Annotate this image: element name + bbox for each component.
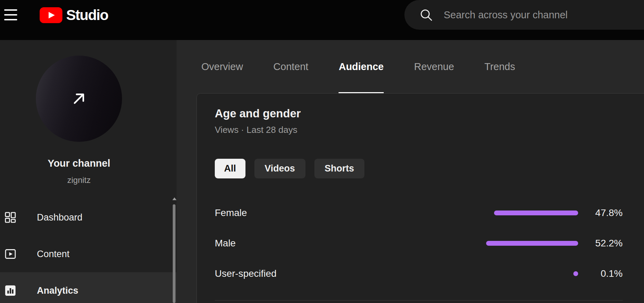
chip-videos[interactable]: Videos [254, 159, 305, 178]
gender-percentage: 47.8% [578, 207, 623, 218]
gender-breakdown: Female 47.8% Male 52.2% User-specified 0… [215, 198, 623, 289]
chip-shorts[interactable]: Shorts [314, 159, 365, 178]
channel-name: zignitz [0, 175, 158, 185]
analytics-tabs: Overview Content Audience Revenue Trends [201, 40, 644, 93]
gender-percentage: 52.2% [578, 238, 623, 249]
gender-percentage: 0.1% [578, 268, 623, 279]
sidebar-item-content[interactable]: Content [0, 236, 177, 272]
analytics-bars-icon [3, 284, 17, 297]
studio-wordmark: Studio [66, 7, 108, 23]
youtube-play-icon [40, 7, 62, 23]
tab-content[interactable]: Content [273, 40, 309, 93]
sidebar-item-label: Content [37, 249, 70, 260]
search-bar[interactable] [404, 0, 644, 30]
gender-row-user-specified: User-specified 0.1% [215, 258, 623, 289]
gender-row-female: Female 47.8% [215, 198, 623, 228]
sidebar-item-label: Dashboard [37, 212, 82, 223]
filter-chips: All Videos Shorts [215, 159, 623, 178]
hamburger-menu-button[interactable] [4, 9, 18, 20]
gender-label: Male [215, 238, 433, 249]
search-input[interactable] [444, 9, 644, 21]
search-icon [419, 8, 433, 22]
sidebar-item-label: Analytics [37, 285, 78, 296]
topbar: Studio [0, 0, 644, 40]
sidebar: Your channel zignitz Dashboard [0, 40, 177, 303]
gender-row-male: Male 52.2% [215, 228, 623, 258]
gender-label: User-specified [215, 268, 433, 279]
sidebar-item-analytics[interactable]: Analytics [0, 272, 177, 303]
tab-trends[interactable]: Trends [484, 40, 515, 93]
chip-all[interactable]: All [215, 159, 245, 178]
gender-bar [573, 271, 578, 276]
section-divider [215, 300, 623, 301]
studio-logo[interactable]: Studio [40, 7, 108, 23]
age-gender-card: Age and gender Views · Last 28 days All … [197, 93, 644, 303]
tab-audience[interactable]: Audience [339, 40, 384, 93]
external-arrow-icon [68, 88, 90, 109]
scrollbar-thumb[interactable] [173, 204, 175, 303]
tab-overview[interactable]: Overview [201, 40, 243, 93]
sidebar-nav: Dashboard Content [0, 199, 177, 303]
dashboard-grid-icon [3, 211, 17, 224]
gender-label: Female [215, 207, 433, 218]
channel-avatar[interactable] [36, 56, 122, 142]
tab-revenue[interactable]: Revenue [414, 40, 454, 93]
scroll-up-arrow-icon[interactable] [172, 197, 177, 200]
gender-bar [486, 241, 578, 246]
main-content: Overview Content Audience Revenue Trends… [177, 40, 644, 303]
card-subtitle: Views · Last 28 days [215, 125, 623, 135]
hamburger-menu-icon [4, 9, 17, 11]
channel-section-title: Your channel [0, 157, 158, 169]
sidebar-item-dashboard[interactable]: Dashboard [0, 199, 177, 236]
youtube-studio-app: Studio Your channel zignitz [0, 0, 644, 303]
card-title: Age and gender [215, 107, 623, 120]
content-video-icon [3, 247, 17, 261]
gender-bar [494, 211, 578, 215]
